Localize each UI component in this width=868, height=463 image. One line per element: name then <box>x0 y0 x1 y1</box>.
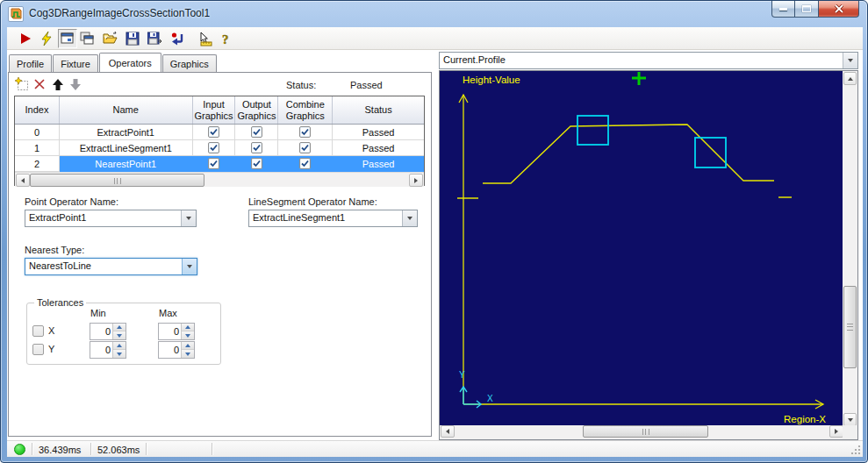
arrow-down-icon <box>69 78 82 91</box>
scroll-right-button[interactable] <box>829 425 843 438</box>
chevron-down-icon[interactable] <box>182 259 197 274</box>
scrollbar-thumb[interactable] <box>583 425 708 438</box>
display-vertical-scrollbar[interactable] <box>843 71 857 427</box>
spin-down-button[interactable] <box>182 331 194 339</box>
combine-graphics-checkbox[interactable] <box>299 158 311 169</box>
scroll-down-button[interactable] <box>843 413 857 426</box>
tolerances-group: Tolerances Min Max X 0 0 <box>26 303 221 365</box>
cursor-ruler-icon <box>197 32 212 46</box>
spin-down-button[interactable] <box>113 350 126 358</box>
spin-down-button[interactable] <box>182 350 194 358</box>
tolerance-y-label: Y <box>48 344 54 354</box>
tab-fixture[interactable]: Fixture <box>53 54 98 72</box>
add-operator-button[interactable] <box>14 76 30 92</box>
scrollbar-thumb[interactable] <box>843 286 857 368</box>
spin-up-button[interactable] <box>182 342 194 350</box>
tolerances-title: Tolerances <box>34 297 86 308</box>
title-bar[interactable]: Cog3DRangeImageCrossSectionTool1 <box>1 1 867 27</box>
open-file-button[interactable] <box>100 29 119 48</box>
svg-text:?: ? <box>222 32 229 46</box>
profile-chart[interactable]: Height-Value Region-X <box>440 71 844 427</box>
tolerance-x-checkbox[interactable] <box>32 325 44 337</box>
triangle-down-icon <box>848 418 853 422</box>
combine-graphics-checkbox[interactable] <box>299 126 311 138</box>
help-button[interactable]: ? <box>216 29 235 48</box>
input-graphics-checkbox[interactable] <box>208 158 219 169</box>
scroll-up-button[interactable] <box>843 72 857 85</box>
lightning-icon <box>39 32 54 46</box>
triangle-right-icon <box>835 429 838 434</box>
window-controls <box>771 1 859 18</box>
scroll-left-button[interactable] <box>16 174 30 187</box>
column-header-index[interactable]: Index <box>15 96 60 124</box>
chevron-down-icon[interactable] <box>181 210 196 226</box>
folder-open-icon <box>103 32 118 46</box>
tab-operators[interactable]: Operators <box>99 53 161 72</box>
pointer-tool-button[interactable] <box>195 29 214 48</box>
input-graphics-checkbox[interactable] <box>208 142 219 153</box>
app-icon <box>8 6 24 22</box>
save-button[interactable] <box>123 29 142 48</box>
column-header-status[interactable]: Status <box>333 96 424 124</box>
close-button[interactable] <box>819 1 859 18</box>
reset-button[interactable] <box>168 29 187 48</box>
output-graphics-checkbox[interactable] <box>251 126 262 138</box>
tool-window: Cog3DRangeImageCrossSectionTool1 <box>0 0 868 463</box>
run-button[interactable] <box>16 29 35 48</box>
display-source-combobox[interactable]: Current.Profile <box>439 52 858 69</box>
column-header-combine-graphics[interactable]: Combine Graphics <box>278 96 333 124</box>
tolerance-x-label: X <box>48 325 54 336</box>
tolerance-x-max-stepper[interactable]: 0 <box>158 323 195 340</box>
delete-operator-button[interactable] <box>32 76 47 92</box>
move-up-button[interactable] <box>50 76 66 92</box>
float-image-display-button[interactable] <box>77 29 97 48</box>
show-image-display-button[interactable] <box>58 29 77 48</box>
column-header-output-graphics[interactable]: Output Graphics <box>235 96 278 124</box>
table-row-selected[interactable]: 2 NearestPoint1 Passed <box>15 156 424 172</box>
arrow-up-icon <box>52 78 64 91</box>
output-graphics-checkbox[interactable] <box>251 142 262 153</box>
save-as-button[interactable] <box>145 29 164 48</box>
spin-up-button[interactable] <box>113 324 126 331</box>
tolerance-y-checkbox[interactable] <box>32 344 44 355</box>
minimize-button[interactable] <box>771 1 795 18</box>
delete-x-icon <box>34 79 45 89</box>
scrollbar-thumb[interactable] <box>30 174 204 187</box>
linesegment-operator-combobox[interactable]: ExtractLineSegment1 <box>248 210 418 227</box>
maximize-button[interactable] <box>795 1 819 18</box>
point-operator-combobox[interactable]: ExtractPoint1 <box>25 210 197 227</box>
triangle-left-icon <box>446 429 449 434</box>
window-icon <box>61 32 75 46</box>
output-graphics-checkbox[interactable] <box>251 158 262 169</box>
display-horizontal-scrollbar[interactable] <box>440 425 844 439</box>
spin-up-button[interactable] <box>182 324 194 331</box>
tolerance-y-max-stepper[interactable]: 0 <box>158 341 195 359</box>
spin-up-button[interactable] <box>113 342 126 350</box>
status-label: Status: <box>286 80 316 90</box>
lightning-button[interactable] <box>37 29 56 48</box>
table-row[interactable]: 1 ExtractLineSegment1 Passed <box>15 140 424 156</box>
resize-grip[interactable] <box>850 445 861 455</box>
tab-graphics[interactable]: Graphics <box>162 54 217 72</box>
scroll-right-button[interactable] <box>409 174 423 187</box>
combine-graphics-checkbox[interactable] <box>299 142 311 153</box>
triangle-left-icon <box>21 178 25 183</box>
input-graphics-checkbox[interactable] <box>208 126 219 138</box>
grid-horizontal-scrollbar[interactable] <box>15 172 424 187</box>
y-axis-label: Height-Value <box>463 75 520 85</box>
column-header-input-graphics[interactable]: Input Graphics <box>193 96 236 124</box>
table-row[interactable]: 0 ExtractPoint1 Passed <box>15 125 424 140</box>
scroll-left-button[interactable] <box>441 425 455 438</box>
main-toolbar: ? <box>7 27 863 50</box>
spin-down-button[interactable] <box>113 331 126 339</box>
tab-profile[interactable]: Profile <box>9 54 52 72</box>
result-box-1 <box>577 116 608 145</box>
floppy-arrow-icon <box>147 32 162 46</box>
tolerance-y-min-stepper[interactable]: 0 <box>90 341 126 359</box>
nearest-type-combobox[interactable]: NearestToLine <box>25 258 197 275</box>
tolerance-x-min-stepper[interactable]: 0 <box>90 323 126 340</box>
move-down-button[interactable] <box>68 76 83 92</box>
chevron-down-icon[interactable] <box>402 210 417 226</box>
chevron-down-icon[interactable] <box>843 53 857 68</box>
column-header-name[interactable]: Name <box>60 96 193 124</box>
